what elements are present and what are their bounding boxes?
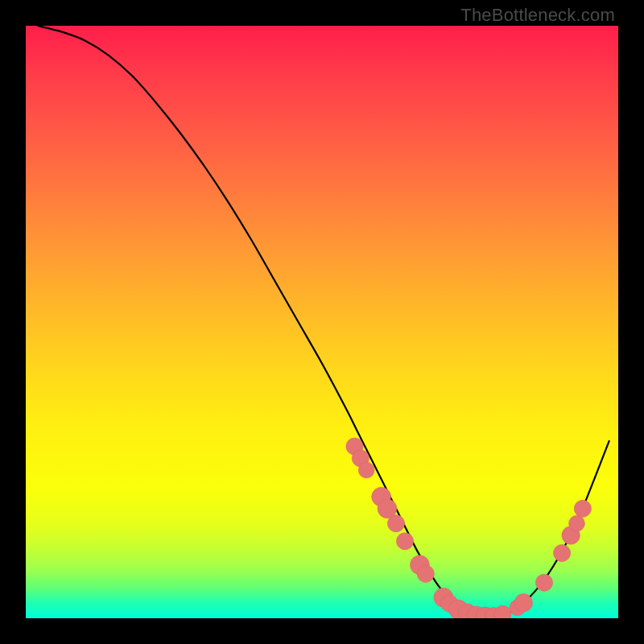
marker-point (569, 515, 585, 531)
curve-line (38, 26, 609, 617)
marker-point (514, 594, 533, 613)
chart-svg (26, 26, 618, 618)
marker-point (494, 605, 511, 618)
marker-point (574, 500, 591, 517)
plot-area (26, 26, 618, 618)
chart-root: TheBottleneck.com (0, 0, 644, 644)
curve-markers (346, 438, 592, 618)
marker-point (535, 574, 552, 591)
marker-point (417, 565, 434, 582)
marker-point (387, 515, 404, 532)
marker-point (396, 533, 413, 550)
marker-point (358, 462, 374, 478)
watermark-text: TheBottleneck.com (460, 5, 615, 26)
marker-point (553, 544, 570, 561)
